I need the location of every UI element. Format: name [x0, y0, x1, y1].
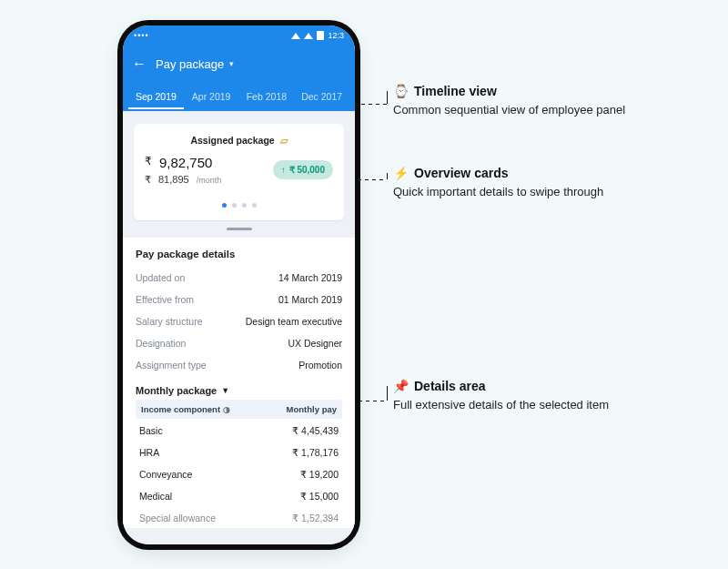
- tab-feb-2018[interactable]: Feb 2018: [239, 84, 295, 109]
- detail-row: Assignment typePromotion: [136, 354, 342, 376]
- table-row: Medical₹ 15,000: [136, 484, 342, 506]
- shield-icon: ◑: [223, 405, 230, 414]
- amount-block: ₹ 9,82,750 ₹ 81,895 /month: [145, 155, 221, 186]
- arrow-up-icon: ↑: [281, 165, 286, 175]
- clock: 12:3: [328, 31, 344, 40]
- table-row: Special allowance₹ 1,52,394: [136, 506, 342, 528]
- chevron-down-icon: ▼: [221, 386, 229, 395]
- notification-dots: ••••: [134, 31, 149, 40]
- battery-icon: [317, 31, 324, 40]
- delta-value: ₹ 50,000: [289, 165, 325, 175]
- watch-icon: ⌚: [393, 84, 409, 98]
- annual-amount: 9,82,750: [159, 155, 212, 170]
- phone-mock: •••• 12:3 ← Pay package ▾ Sep 2019 Apr 2…: [123, 25, 355, 544]
- pin-icon: 📌: [393, 379, 409, 393]
- monthly-amount: 81,895: [158, 174, 189, 185]
- month-suffix: /month: [197, 176, 222, 185]
- app-bar: ← Pay package ▾: [123, 46, 355, 82]
- bolt-icon: ⚡: [393, 166, 409, 180]
- timeline-tabs: Sep 2019 Apr 2019 Feb 2018 Dec 2017: [123, 82, 355, 111]
- wifi-icon: [304, 33, 313, 39]
- package-icon: ▱: [280, 135, 288, 146]
- tab-dec-2017[interactable]: Dec 2017: [294, 84, 349, 109]
- signal-icon: [291, 33, 300, 39]
- status-bar: •••• 12:3: [123, 25, 355, 46]
- details-sheet: Pay package details Updated on14 March 2…: [123, 238, 355, 528]
- drag-handle[interactable]: [227, 228, 252, 230]
- screen-body: Assigned package ▱ ₹ 9,82,750 ₹ 81,895 /…: [123, 111, 355, 544]
- overview-card[interactable]: Assigned package ▱ ₹ 9,82,750 ₹ 81,895 /…: [134, 124, 344, 220]
- table-row: HRA₹ 1,78,176: [136, 441, 342, 462]
- table-row: Conveyance₹ 19,200: [136, 462, 342, 484]
- detail-row: Effective from01 March 2019: [136, 289, 342, 310]
- chevron-down-icon: ▾: [229, 59, 234, 68]
- monthly-package-toggle[interactable]: Monthly package ▼: [136, 385, 342, 396]
- details-heading: Pay package details: [136, 249, 342, 259]
- rupee-icon: ₹: [145, 174, 151, 186]
- delta-chip: ↑ ₹ 50,000: [273, 160, 333, 179]
- back-icon[interactable]: ←: [132, 56, 147, 71]
- table-header: Income component◑ Monthly pay: [136, 400, 342, 419]
- appbar-title-dropdown[interactable]: Pay package ▾: [156, 57, 234, 71]
- detail-row: Updated on14 March 2019: [136, 267, 342, 289]
- rupee-icon: ₹: [145, 155, 152, 170]
- card-title: Assigned package ▱: [145, 135, 333, 146]
- tab-apr-2019[interactable]: Apr 2019: [184, 84, 239, 109]
- annotation-details: 📌Details area Full extensive details of …: [393, 379, 675, 414]
- annotation-overview: ⚡Overview cards Quick important details …: [393, 166, 675, 201]
- tab-sep-2019[interactable]: Sep 2019: [128, 84, 184, 109]
- page-title: Pay package: [156, 57, 224, 71]
- annotation-timeline: ⌚Timeline view Common sequential view of…: [393, 84, 675, 119]
- table-row: Basic₹ 4,45,439: [136, 419, 342, 441]
- card-pager[interactable]: [145, 195, 333, 211]
- detail-row: DesignationUX Designer: [136, 332, 342, 354]
- detail-row: Salary structureDesign team executive: [136, 310, 342, 332]
